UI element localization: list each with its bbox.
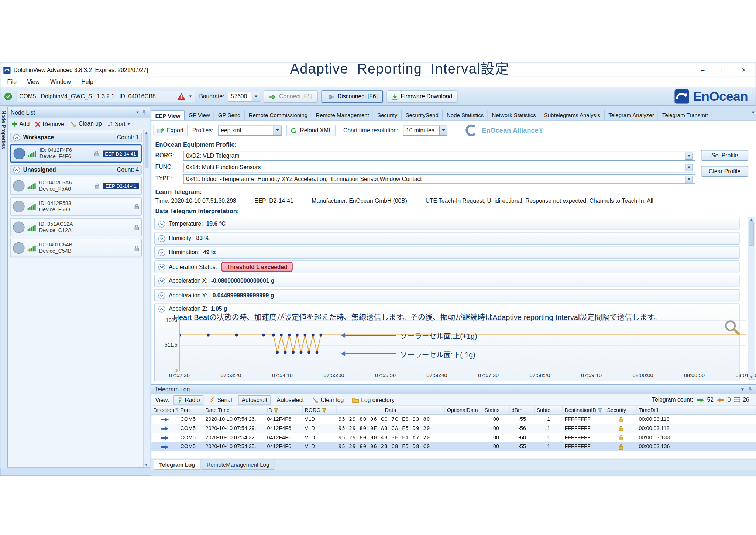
tab-subtelegrams-analysis[interactable]: Subtelegrams Analysis	[540, 110, 605, 120]
firmware-download-button[interactable]: Firmware Download	[387, 90, 458, 103]
chevron-down-circle-icon[interactable]	[158, 277, 165, 284]
menu-file[interactable]: File	[3, 78, 21, 86]
scroll-up-icon[interactable]: ▲	[749, 217, 753, 222]
col-data[interactable]: Data	[337, 406, 445, 414]
chart-resolution-select[interactable]: 10 minutes	[403, 125, 447, 135]
node-properties-side-tab[interactable]: Node Properties	[0, 106, 7, 468]
log-directory-button[interactable]: Log directory	[350, 395, 396, 405]
radio-toggle[interactable]: Radio	[173, 395, 203, 405]
tab-gp-view[interactable]: GP View	[185, 110, 214, 120]
interpretation-row-temperature[interactable]: Temperature: 19.6 °C	[154, 218, 740, 230]
tab-security[interactable]: Security	[374, 110, 402, 120]
tab-node-statistics[interactable]: Node Statistics	[443, 110, 488, 120]
filter-icon[interactable]	[322, 407, 326, 413]
telegram-row[interactable]: COM5 2020-10-10 07:54:26. 0412F4F6 VLD 9…	[151, 415, 756, 424]
col-rorg[interactable]: RORG	[303, 406, 336, 414]
col-subtel[interactable]: Subtel	[535, 406, 563, 414]
col-direction[interactable]: Direction	[151, 406, 178, 414]
telegram-row[interactable]: COM5 2020-10-10 07:54:29. 0412F4F6 VLD 9…	[151, 424, 756, 433]
tab-gp-send[interactable]: GP Send	[214, 110, 245, 120]
tab-network-statistics[interactable]: Network Statistics	[488, 110, 540, 120]
serial-toggle[interactable]: Serial	[207, 395, 234, 405]
profiles-select[interactable]: eep.xml	[218, 125, 281, 135]
device-card[interactable]: ID: 051AC12A Device_C12A	[10, 218, 142, 236]
chevron-down-icon[interactable]	[252, 92, 260, 101]
col-dbm[interactable]: dBm	[510, 406, 535, 414]
tab-telegram-transmit[interactable]: Telegram Transmit	[658, 110, 712, 120]
filter-icon[interactable]	[176, 407, 178, 413]
col-destinationid[interactable]: DestinationID	[563, 406, 605, 414]
disconnect-button[interactable]: Disconnect [F6]	[322, 90, 383, 103]
col-security[interactable]: Security	[605, 406, 637, 414]
chevron-down-icon[interactable]	[274, 126, 281, 135]
telegram-row[interactable]: COM5 2020-10-10 07:54:35. 0412F4F6 VLD 9…	[151, 442, 756, 451]
chevron-down-icon[interactable]	[136, 111, 139, 113]
chevron-down-icon[interactable]	[685, 164, 693, 171]
chevron-down-circle-icon[interactable]	[158, 220, 165, 228]
menu-view[interactable]: View	[23, 78, 45, 86]
interpretation-row-acceleration-x[interactable]: Acceleration X: -0.0800000000000001 g	[154, 275, 740, 287]
autoselect-toggle[interactable]: Autoselect	[275, 395, 306, 405]
chevron-down-icon[interactable]	[439, 126, 447, 135]
tab-telegram-log[interactable]: Telegram Log	[154, 460, 200, 470]
device-card[interactable]: ID: 0412F4F6 Device_F4F6 EEP D2-14-41	[10, 144, 142, 163]
tab-eep-view[interactable]: EEP View	[151, 110, 185, 120]
tab-overflow-chevron-icon[interactable]	[752, 112, 755, 113]
type-field[interactable]: 0x41: Indoor -Temperature, Humidity XYZ …	[183, 174, 695, 184]
connect-button[interactable]: Connect [F5]	[264, 90, 318, 103]
tab-securitysend[interactable]: SecuritySend	[402, 110, 443, 120]
pin-icon[interactable]	[748, 386, 753, 392]
menu-window[interactable]: Window	[45, 78, 76, 86]
col-datetime[interactable]: Date Time	[203, 406, 265, 414]
col-optionaldata[interactable]: OptionalData	[445, 406, 483, 414]
chevron-down-circle-icon[interactable]	[158, 249, 165, 256]
interpretation-row-acceleration-y[interactable]: Acceleration Y: -0.0449999999999999 g	[154, 289, 740, 301]
scroll-down-icon[interactable]: ▼	[144, 463, 148, 467]
chevron-down-icon[interactable]	[685, 152, 693, 160]
chevron-up-circle-icon[interactable]	[158, 306, 165, 313]
filter-icon[interactable]	[274, 407, 278, 413]
tab-telegram-analyzer[interactable]: Telegram Analyzer	[605, 110, 659, 120]
scroll-up-icon[interactable]: ▲	[144, 130, 148, 135]
clean-up-button[interactable]: Clean up	[70, 120, 102, 127]
col-port[interactable]: Port	[178, 406, 203, 414]
col-status[interactable]: Status	[482, 406, 509, 414]
chevron-down-circle-icon[interactable]	[158, 263, 165, 270]
interpretation-row-illumination[interactable]: Illumination: 49 lx	[154, 246, 740, 259]
tab-remote-commissioning[interactable]: Remote Commissioning	[245, 110, 312, 120]
clear-profile-button[interactable]: Clear Profile	[701, 166, 748, 177]
tab-remote-management[interactable]: Remote Management	[312, 110, 374, 120]
baudrate-select[interactable]: 57600	[228, 92, 260, 102]
remove-node-button[interactable]: Remove	[35, 120, 64, 127]
group-unassigned[interactable]: Unassigned Count: 4	[10, 165, 142, 175]
filter-icon[interactable]	[598, 407, 602, 413]
chevron-down-icon[interactable]	[741, 388, 744, 390]
chevron-down-icon[interactable]	[685, 176, 693, 183]
interpretation-row-acceleration-status[interactable]: Accleration Status: Threshold 1 exceeded	[154, 260, 740, 273]
scrollbar-thumb[interactable]	[749, 222, 754, 246]
chevron-down-circle-icon[interactable]	[158, 292, 165, 299]
autoscroll-toggle[interactable]: Autoscroll	[238, 395, 270, 405]
sort-button[interactable]: Sort	[107, 120, 130, 127]
rorg-field[interactable]: 0xD2: VLD Telegram	[183, 151, 695, 161]
func-field[interactable]: 0x14: Multi Function Sensors	[183, 163, 695, 172]
device-card[interactable]: ID: 0401C54B Device_C54B	[10, 239, 142, 258]
device-card[interactable]: ID: 0412F5A6 Device_F5A6 EEP D2-14-41	[10, 177, 142, 195]
export-button[interactable]: Export	[153, 125, 187, 136]
menu-help[interactable]: Help	[76, 78, 98, 86]
scrollbar-thumb[interactable]	[144, 134, 148, 168]
chevron-down-circle-icon[interactable]	[158, 235, 165, 242]
pin-icon[interactable]	[142, 109, 147, 116]
interpretation-row-humidity[interactable]: Humidity: 83 %	[154, 232, 740, 245]
content-scrollbar[interactable]: ▲ ▼	[748, 217, 755, 379]
tab-remotemanagement-log[interactable]: RemoteManagement Log	[201, 460, 274, 470]
clear-log-button[interactable]: Clear log	[310, 395, 346, 405]
add-node-button[interactable]: Add	[11, 120, 30, 127]
device-card[interactable]: ID: 0412F583 Device_F583	[10, 197, 142, 216]
reload-xml-button[interactable]: Reload XML	[286, 125, 336, 136]
scroll-down-icon[interactable]: ▼	[749, 375, 753, 379]
connection-selector[interactable]: COM5 DolphinV4_GWC_S 1.3.2.1 ID: 04016CB…	[16, 91, 195, 102]
telegram-row[interactable]: COM5 2020-10-10 07:54:32. 0412F4F6 VLD 9…	[151, 433, 756, 442]
col-id[interactable]: ID	[265, 406, 303, 414]
node-list-scrollbar[interactable]: ▲ ▼	[143, 130, 149, 467]
